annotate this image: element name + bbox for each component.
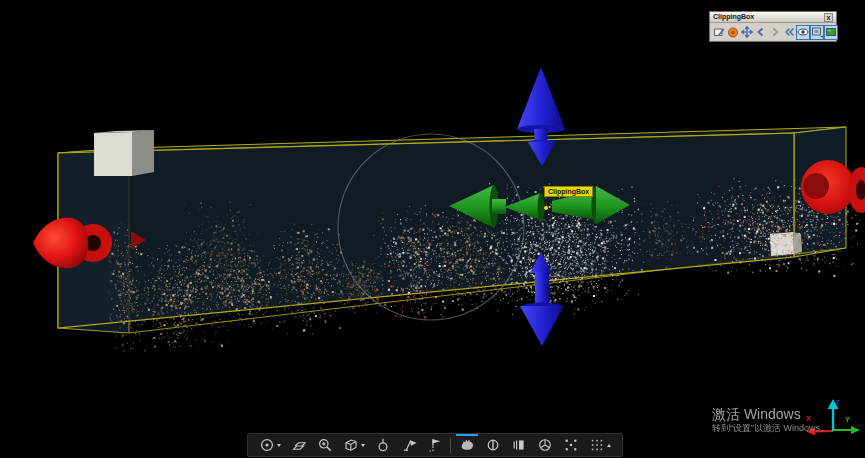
- clip-mode-icon: [811, 26, 823, 38]
- pivot-icon: [375, 437, 391, 453]
- clip-handle-left[interactable]: [33, 218, 146, 269]
- pan-button[interactable]: [289, 434, 309, 456]
- top-arrow-head: [517, 67, 565, 129]
- pivot-button[interactable]: [373, 434, 393, 456]
- clipping-box-tag: ClippingBox: [544, 186, 593, 197]
- watermark-line2: 转到“设置”以激活 Windows。: [712, 423, 829, 434]
- fly-icon: [401, 437, 417, 453]
- intensity-icon: [511, 437, 527, 453]
- reset-clip-button[interactable]: [782, 25, 796, 40]
- orbit-cube-icon: [343, 437, 359, 453]
- zoom-button[interactable]: [315, 434, 335, 456]
- next-clip-button[interactable]: [768, 25, 782, 40]
- intensity-button[interactable]: [509, 434, 529, 456]
- label-leader-line: [546, 198, 547, 206]
- fly-button[interactable]: [399, 434, 419, 456]
- toolbar-separator: [450, 438, 451, 453]
- apply-clip-icon: [825, 26, 837, 38]
- clip-handle-top[interactable]: [517, 67, 565, 166]
- navigation-wheel-button[interactable]: [257, 434, 283, 456]
- gizmo-layer: X Y Z: [0, 0, 865, 458]
- color-sphere-icon: [537, 437, 553, 453]
- mouse-3d-icon: [459, 437, 475, 453]
- viewport-3d[interactable]: X Y Z ClippingBox ClippingBox x: [0, 0, 865, 458]
- left-handle-inner-cone: [131, 231, 146, 249]
- active-indicator: [456, 434, 478, 436]
- green-left-flare: [504, 193, 541, 220]
- mouse-3d-button[interactable]: [457, 434, 477, 456]
- green-left-flare-base: [538, 193, 545, 220]
- apply-clip-button[interactable]: [824, 25, 838, 40]
- prev-clip-icon: [755, 26, 767, 38]
- gizmo-center-dot[interactable]: [544, 206, 548, 210]
- clip-handle-green-left[interactable]: [449, 185, 545, 228]
- green-left-head: [449, 185, 494, 228]
- point-size-button[interactable]: [561, 434, 581, 456]
- nav-toolbar: [247, 433, 623, 457]
- palette-title: ClippingBox: [713, 12, 754, 22]
- grid-button[interactable]: [587, 434, 613, 456]
- palette-title-bar[interactable]: ClippingBox x: [710, 12, 836, 23]
- edit-clip-icon: [713, 26, 725, 38]
- bottom-arrow-small-cone: [530, 252, 552, 273]
- sphere-handles-button[interactable]: [726, 25, 740, 40]
- watermark-line1: 激活 Windows: [712, 406, 829, 423]
- top-arrow-small-cone: [528, 142, 556, 166]
- bottom-arrow-head: [520, 306, 564, 346]
- y-axis-label: Y: [845, 415, 850, 424]
- color-mode-button[interactable]: [535, 434, 555, 456]
- clip-inside-outside-button[interactable]: [810, 25, 824, 40]
- contrast-button[interactable]: [483, 434, 503, 456]
- move-clip-button[interactable]: [740, 25, 754, 40]
- walk-icon: [427, 437, 443, 453]
- green-right-head: [596, 186, 630, 224]
- green-left-neck: [492, 199, 506, 214]
- clip-handle-right[interactable]: [801, 160, 865, 214]
- sphere-handles-icon: [727, 26, 739, 38]
- next-clip-icon: [769, 26, 781, 38]
- left-handle-cone: [33, 218, 88, 269]
- walk-button[interactable]: [425, 434, 445, 456]
- clip-handle-bottom[interactable]: [520, 252, 564, 346]
- grid-icon: [589, 437, 605, 453]
- orbit-button[interactable]: [341, 434, 367, 456]
- close-icon[interactable]: x: [824, 13, 833, 22]
- toggle-visibility-button[interactable]: [796, 25, 810, 40]
- windows-watermark: 激活 Windows 转到“设置”以激活 Windows。: [712, 406, 829, 434]
- prev-clip-button[interactable]: [754, 25, 768, 40]
- orbit-circle: [338, 134, 524, 320]
- navigation-wheel-icon: [259, 437, 275, 453]
- edit-clip-button[interactable]: [712, 25, 726, 40]
- clippingbox-palette[interactable]: ClippingBox x: [709, 11, 837, 42]
- right-handle-cone-base: [803, 173, 829, 199]
- move-clip-icon: [741, 26, 753, 38]
- contrast-icon: [485, 437, 501, 453]
- eye-icon: [797, 26, 809, 38]
- bottom-arrow-shaft: [535, 272, 549, 307]
- pan-icon: [291, 437, 307, 453]
- y-axis-arrow: [851, 426, 860, 434]
- chevron-up-icon: [607, 444, 611, 447]
- chevron-down-icon: [277, 444, 281, 447]
- palette-toolbar: [710, 23, 836, 41]
- zoom-icon: [317, 437, 333, 453]
- z-axis-label: Z: [836, 399, 840, 405]
- reset-clip-icon: [783, 26, 795, 38]
- point-size-icon: [563, 437, 579, 453]
- chevron-down-icon: [361, 444, 365, 447]
